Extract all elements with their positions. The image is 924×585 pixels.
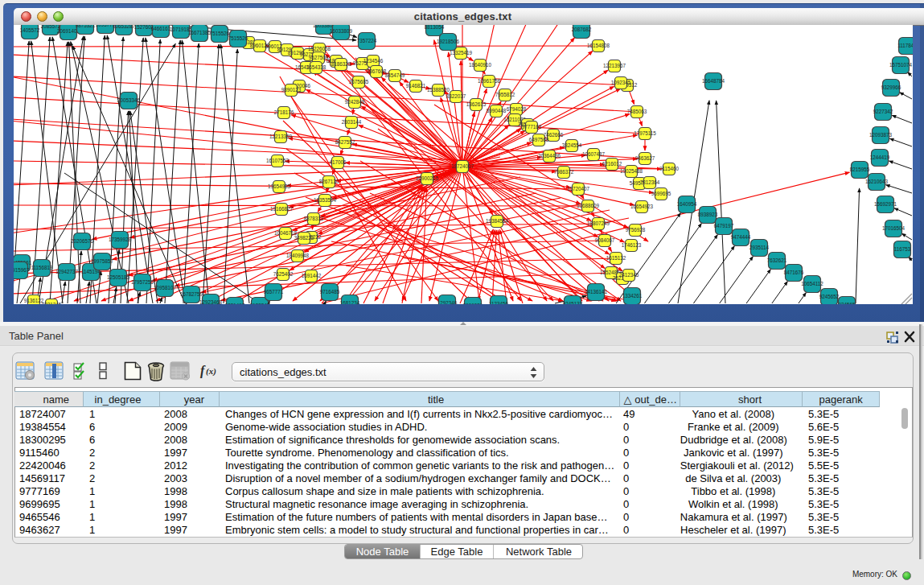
svg-text:20206576: 20206576 [71, 238, 94, 244]
svg-text:1362615: 1362615 [466, 101, 487, 107]
svg-text:10961758: 10961758 [478, 78, 501, 84]
svg-text:7632621: 7632621 [767, 257, 787, 263]
svg-text:8813054: 8813054 [425, 25, 445, 30]
svg-text:1654338: 1654338 [306, 64, 326, 70]
svg-text:18807249: 18807249 [587, 220, 610, 226]
svg-text:9242848: 9242848 [345, 99, 365, 105]
svg-text:9084067: 9084067 [595, 237, 615, 243]
svg-text:8221345: 8221345 [42, 302, 62, 304]
svg-text:9329966: 9329966 [881, 84, 901, 90]
svg-text:15226058: 15226058 [308, 46, 331, 51]
svg-text:7357224: 7357224 [357, 38, 377, 43]
svg-text:3824554: 3824554 [562, 142, 582, 148]
svg-text:8186328: 8186328 [331, 61, 351, 67]
svg-text:9231467: 9231467 [225, 303, 245, 304]
svg-text:16033809: 16033809 [330, 28, 353, 34]
svg-text:17016504: 17016504 [882, 225, 906, 231]
svg-text:(x): (x) [206, 366, 216, 377]
svg-text:17957255: 17957255 [131, 279, 154, 285]
svg-text:1234546: 1234546 [363, 58, 384, 64]
svg-text:20364436: 20364436 [538, 153, 561, 159]
svg-text:9115460: 9115460 [659, 166, 680, 171]
svg-text:20053346: 20053346 [117, 97, 141, 103]
svg-text:12923468: 12923468 [199, 299, 223, 304]
svg-text:10654112: 10654112 [801, 281, 823, 286]
svg-text:19975857: 19975857 [91, 258, 114, 264]
svg-text:417006: 417006 [329, 159, 347, 165]
svg-text:1615132: 1615132 [606, 255, 626, 261]
svg-text:6216012: 6216012 [602, 161, 622, 167]
svg-text:1334261: 1334261 [622, 293, 643, 299]
svg-text:9245133: 9245133 [563, 301, 583, 304]
svg-text:9146821: 9146821 [406, 83, 426, 89]
svg-text:7986372: 7986372 [554, 169, 574, 175]
svg-text:1746123: 1746123 [622, 242, 642, 248]
svg-text:1640954: 1640954 [677, 201, 697, 207]
svg-text:7485063: 7485063 [627, 109, 647, 114]
svg-text:8427552: 8427552 [335, 139, 355, 145]
svg-text:16210643: 16210643 [865, 179, 889, 184]
svg-text:6497568: 6497568 [529, 137, 549, 142]
svg-text:1092345: 1092345 [611, 80, 631, 85]
svg-text:8938923: 8938923 [698, 212, 718, 217]
svg-text:9890123: 9890123 [281, 87, 302, 93]
svg-text:19654985: 19654985 [268, 183, 291, 189]
svg-text:8123345: 8123345 [250, 303, 270, 304]
svg-text:7625402: 7625402 [273, 271, 294, 277]
svg-text:18724007: 18724007 [451, 163, 474, 169]
svg-text:12942737: 12942737 [55, 269, 79, 274]
svg-text:15751074: 15751074 [889, 62, 913, 68]
svg-text:9875321: 9875321 [76, 25, 96, 28]
svg-text:10688609: 10688609 [577, 203, 600, 208]
svg-text:16353594: 16353594 [314, 197, 337, 203]
svg-text:8990448: 8990448 [487, 108, 507, 113]
svg-text:2935114: 2935114 [749, 245, 770, 250]
svg-text:2696021: 2696021 [463, 303, 483, 304]
svg-text:6794028: 6794028 [507, 106, 527, 112]
svg-text:10653287: 10653287 [113, 25, 136, 29]
svg-text:3915967: 3915967 [14, 267, 30, 273]
svg-text:16671385: 16671385 [188, 30, 211, 35]
svg-text:8267130: 8267130 [319, 179, 339, 184]
svg-text:9777169: 9777169 [522, 124, 542, 130]
svg-text:19384554: 19384554 [486, 218, 509, 224]
svg-text:1681234: 1681234 [340, 300, 360, 304]
svg-text:924565: 924565 [838, 302, 856, 304]
svg-text:9227342: 9227342 [873, 109, 893, 114]
svg-text:1123456: 1123456 [489, 301, 509, 304]
svg-text:9474444: 9474444 [731, 234, 751, 240]
svg-text:9463627: 9463627 [635, 155, 655, 161]
svg-text:8471676: 8471676 [784, 270, 804, 275]
svg-text:3675685: 3675685 [349, 79, 369, 84]
svg-text:18640910: 18640910 [469, 62, 492, 68]
svg-text:19218506: 19218506 [437, 39, 460, 44]
svg-text:26900215: 26900215 [416, 175, 439, 181]
svg-text:17359928: 17359928 [109, 237, 132, 242]
svg-text:9657771: 9657771 [264, 289, 284, 295]
svg-text:16154808: 16154808 [587, 43, 610, 48]
svg-text:15388520: 15388520 [427, 87, 450, 93]
svg-text:7812364: 7812364 [640, 179, 660, 185]
svg-text:2367608: 2367608 [367, 68, 387, 74]
svg-text:6479197: 6479197 [714, 223, 734, 229]
svg-text:8322037: 8322037 [446, 93, 466, 99]
svg-text:1405572: 1405572 [20, 27, 40, 33]
svg-text:116753: 116753 [894, 246, 911, 252]
svg-text:8215955: 8215955 [850, 167, 870, 172]
svg-text:15692971: 15692971 [874, 201, 897, 207]
svg-text:12213369: 12213369 [269, 134, 293, 139]
svg-text:2412345: 2412345 [619, 272, 639, 278]
svg-text:9756928: 9756928 [626, 227, 646, 233]
svg-text:16648784: 16648784 [702, 78, 725, 84]
svg-text:1292346: 1292346 [437, 300, 458, 304]
svg-text:8878312: 8878312 [304, 216, 324, 221]
svg-text:16654923: 16654923 [630, 204, 654, 209]
svg-text:16107553: 16107553 [266, 158, 290, 163]
svg-text:19166827: 19166827 [270, 206, 294, 212]
svg-text:7515526: 7515526 [210, 31, 230, 36]
svg-text:16782759: 16782759 [180, 291, 203, 297]
svg-text:12505185: 12505185 [107, 274, 130, 280]
svg-text:2087682: 2087682 [572, 27, 592, 32]
svg-text:17975115: 17975115 [634, 130, 656, 136]
svg-text:f: f [200, 364, 206, 378]
